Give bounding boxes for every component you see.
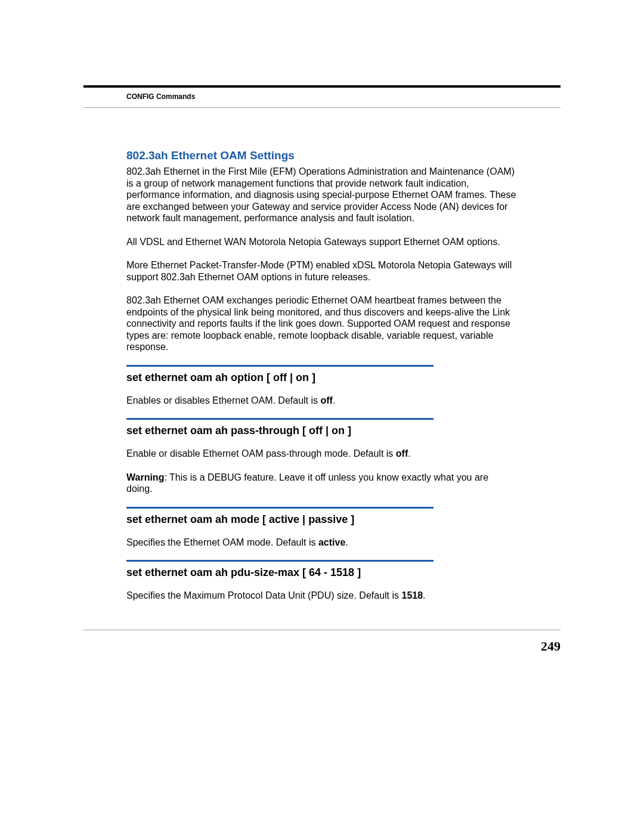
support-paragraph: All VDSL and Ethernet WAN Motorola Netop… [126, 236, 517, 248]
section-title: 802.3ah Ethernet OAM Settings [126, 149, 517, 162]
cmd-option-desc-suffix: . [333, 395, 335, 405]
header-thin-rule [83, 107, 561, 108]
exchange-paragraph: 802.3ah Ethernet OAM exchanges periodic … [126, 295, 517, 353]
intro-paragraph: 802.3ah Ethernet in the First Mile (EFM)… [126, 166, 517, 224]
page-number: 249 [541, 639, 561, 654]
cmd-option-heading: set ethernet oam ah option [ off | on ] [126, 371, 517, 384]
cmd-mode-desc-suffix: . [345, 537, 348, 547]
cmd-pdu-desc-prefix: Specifies the Maximum Protocol Data Unit… [126, 590, 401, 600]
header-section-label: CONFIG Commands [126, 92, 195, 101]
top-rule [83, 85, 561, 88]
cmd-passthrough-desc-prefix: Enable or disable Ethernet OAM pass-thro… [126, 448, 396, 459]
cmd-passthrough-desc-suffix: . [408, 448, 410, 459]
divider-rule [126, 560, 434, 562]
cmd-passthrough-heading: set ethernet oam ah pass-through [ off |… [126, 425, 517, 437]
warning-label: Warning [126, 472, 164, 482]
cmd-mode-desc: Specifies the Ethernet OAM mode. Default… [126, 537, 517, 549]
divider-rule [126, 365, 434, 367]
cmd-pdu-desc: Specifies the Maximum Protocol Data Unit… [126, 590, 517, 602]
cmd-mode-default: active [318, 537, 345, 547]
cmd-pdu-default: 1518 [401, 590, 423, 600]
cmd-mode-heading: set ethernet oam ah mode [ active | pass… [126, 513, 517, 526]
page: CONFIG Commands 802.3ah Ethernet OAM Set… [0, 0, 644, 833]
cmd-pdu-heading: set ethernet oam ah pdu-size-max [ 64 - … [126, 566, 517, 579]
cmd-mode-desc-prefix: Specifies the Ethernet OAM mode. Default… [126, 537, 318, 547]
cmd-passthrough-desc: Enable or disable Ethernet OAM pass-thro… [126, 448, 517, 460]
cmd-option-default: off [321, 395, 333, 405]
cmd-pdu-desc-suffix: . [423, 590, 425, 600]
footer-rule [83, 630, 561, 630]
cmd-option-desc-prefix: Enables or disables Ethernet OAM. Defaul… [126, 395, 321, 405]
future-paragraph: More Ethernet Packet-Transfer-Mode (PTM)… [126, 259, 517, 283]
warning-text: : This is a DEBUG feature. Leave it off … [126, 472, 488, 494]
divider-rule [126, 507, 434, 509]
divider-rule [126, 418, 434, 420]
cmd-passthrough-default: off [396, 448, 408, 459]
content-area: 802.3ah Ethernet OAM Settings 802.3ah Et… [126, 149, 517, 614]
cmd-option-desc: Enables or disables Ethernet OAM. Defaul… [126, 395, 517, 407]
cmd-passthrough-warning: Warning: This is a DEBUG feature. Leave … [126, 472, 517, 495]
